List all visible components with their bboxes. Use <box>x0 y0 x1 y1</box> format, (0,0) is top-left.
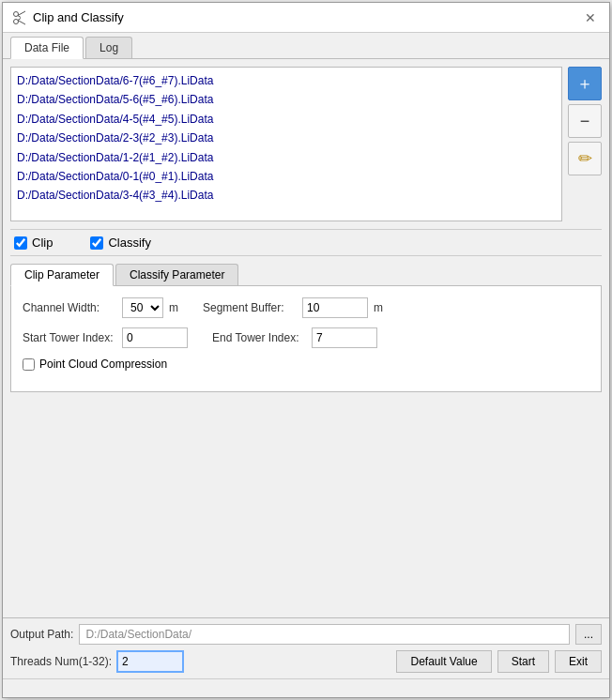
threads-label: Threads Num(1-32): <box>10 655 112 668</box>
svg-line-4 <box>18 15 21 17</box>
threads-input[interactable] <box>117 651 183 672</box>
list-item: D:/Data/SectionData/2-3(#2_#3).LiData <box>17 129 556 147</box>
start-tower-input[interactable] <box>122 327 188 348</box>
list-item: D:/Data/SectionData/1-2(#1_#2).LiData <box>17 148 556 167</box>
exit-button[interactable]: Exit <box>555 650 602 673</box>
end-tower-input[interactable] <box>312 327 377 348</box>
top-tab-bar: Data File Log <box>3 33 609 59</box>
bottom-action-row: Threads Num(1-32): Default Value Start E… <box>10 650 602 673</box>
dialog-window: Clip and Classify ✕ Data File Log D:/Dat… <box>2 2 610 698</box>
title-bar-left: Clip and Classify <box>12 10 124 25</box>
tower-index-row: Start Tower Index: End Tower Index: <box>23 327 589 348</box>
channel-width-select[interactable]: 50 30 20 10 <box>122 297 163 318</box>
clip-classify-row: Clip Classify <box>10 229 602 256</box>
param-section: Clip Parameter Classify Parameter Channe… <box>10 264 602 392</box>
browse-button[interactable]: ... <box>575 624 602 645</box>
remove-file-button[interactable]: − <box>568 104 602 138</box>
list-item: D:/Data/SectionData/3-4(#3_#4).LiData <box>17 186 556 205</box>
output-path-input[interactable] <box>79 624 570 645</box>
list-item: D:/Data/SectionData/4-5(#4_#5).LiData <box>17 110 556 129</box>
classify-checkbox[interactable] <box>90 236 103 250</box>
svg-line-2 <box>18 11 25 16</box>
param-tabs: Clip Parameter Classify Parameter <box>10 264 602 286</box>
output-path-row: Output Path: ... <box>10 624 602 645</box>
compression-row: Point Cloud Compression <box>23 358 589 371</box>
svg-line-3 <box>18 20 25 24</box>
compress-label: Point Cloud Compression <box>39 358 167 371</box>
segment-buffer-group: Segment Buffer: m <box>203 297 383 318</box>
footer-section: Output Path: ... Threads Num(1-32): Defa… <box>3 617 609 678</box>
clip-checkbox-item: Clip <box>14 236 53 250</box>
list-item: D:/Data/SectionData/0-1(#0_#1).LiData <box>17 167 556 186</box>
file-section: D:/Data/SectionData/6-7(#6_#7).LiData D:… <box>10 67 602 221</box>
segment-buffer-label: Segment Buffer: <box>203 301 297 314</box>
channel-width-unit: m <box>169 301 178 314</box>
tab-log[interactable]: Log <box>85 37 132 58</box>
compress-checkbox[interactable] <box>23 358 35 371</box>
tab-classify-param[interactable]: Classify Parameter <box>115 264 238 285</box>
close-button[interactable]: ✕ <box>581 8 600 27</box>
start-tower-label: Start Tower Index: <box>23 331 116 344</box>
channel-width-row: Channel Width: 50 30 20 10 m Segment Buf… <box>23 297 589 318</box>
add-file-button[interactable]: ＋ <box>568 67 602 100</box>
plus-icon: ＋ <box>576 72 593 95</box>
end-tower-label: End Tower Index: <box>212 331 306 344</box>
file-buttons: ＋ − ✏ <box>568 67 602 221</box>
start-button[interactable]: Start <box>497 650 549 673</box>
pencil-icon: ✏ <box>578 148 592 169</box>
param-panel: Channel Width: 50 30 20 10 m Segment Buf… <box>10 286 602 392</box>
title-icon <box>12 10 27 25</box>
clip-label: Clip <box>32 236 53 250</box>
file-list-box[interactable]: D:/Data/SectionData/6-7(#6_#7).LiData D:… <box>10 67 562 221</box>
svg-point-1 <box>14 19 19 23</box>
clip-checkbox[interactable] <box>14 236 27 250</box>
classify-checkbox-item: Classify <box>90 236 151 250</box>
segment-buffer-input[interactable] <box>302 297 368 318</box>
edit-file-button[interactable]: ✏ <box>568 142 602 175</box>
default-value-button[interactable]: Default Value <box>396 650 491 673</box>
minus-icon: − <box>580 112 590 131</box>
segment-buffer-unit: m <box>374 301 383 314</box>
dialog-title: Clip and Classify <box>33 10 124 24</box>
output-label: Output Path: <box>10 628 73 641</box>
end-tower-group: End Tower Index: <box>212 327 377 348</box>
status-bar <box>3 678 609 697</box>
tab-clip-param[interactable]: Clip Parameter <box>10 264 114 286</box>
tab-data-file[interactable]: Data File <box>10 37 84 59</box>
content-area: D:/Data/SectionData/6-7(#6_#7).LiData D:… <box>3 59 609 617</box>
list-item: D:/Data/SectionData/5-6(#5_#6).LiData <box>17 90 556 109</box>
list-item: D:/Data/SectionData/6-7(#6_#7).LiData <box>17 71 556 90</box>
svg-point-0 <box>14 11 19 16</box>
channel-width-label: Channel Width: <box>23 301 116 314</box>
svg-line-5 <box>18 18 21 20</box>
classify-label: Classify <box>108 236 151 250</box>
title-bar: Clip and Classify ✕ <box>3 3 609 33</box>
